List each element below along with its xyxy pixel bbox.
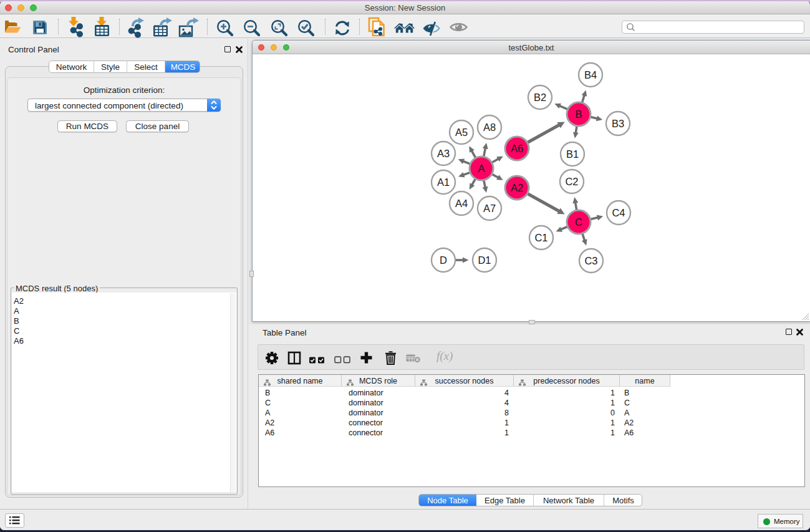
svg-text:C: C [575, 216, 582, 228]
svg-text:B2: B2 [534, 92, 546, 103]
svg-text:A1: A1 [437, 177, 450, 188]
svg-text:C4: C4 [612, 207, 625, 218]
svg-text:C2: C2 [565, 176, 578, 187]
svg-text:C3: C3 [584, 255, 597, 266]
svg-text:A5: A5 [455, 127, 468, 138]
svg-text:B1: B1 [566, 148, 579, 160]
svg-text:A8: A8 [483, 122, 496, 133]
svg-text:A4: A4 [455, 198, 468, 209]
svg-text:A2: A2 [511, 182, 523, 193]
svg-text:B4: B4 [584, 69, 597, 80]
svg-text:D: D [440, 254, 447, 266]
svg-text:A3: A3 [437, 148, 450, 159]
svg-text:C1: C1 [534, 232, 547, 243]
svg-text:A6: A6 [511, 143, 523, 154]
svg-text:B3: B3 [612, 118, 624, 129]
svg-text:B: B [575, 109, 582, 120]
svg-text:D1: D1 [478, 254, 491, 266]
svg-text:A7: A7 [483, 203, 496, 214]
svg-text:A: A [478, 163, 485, 174]
